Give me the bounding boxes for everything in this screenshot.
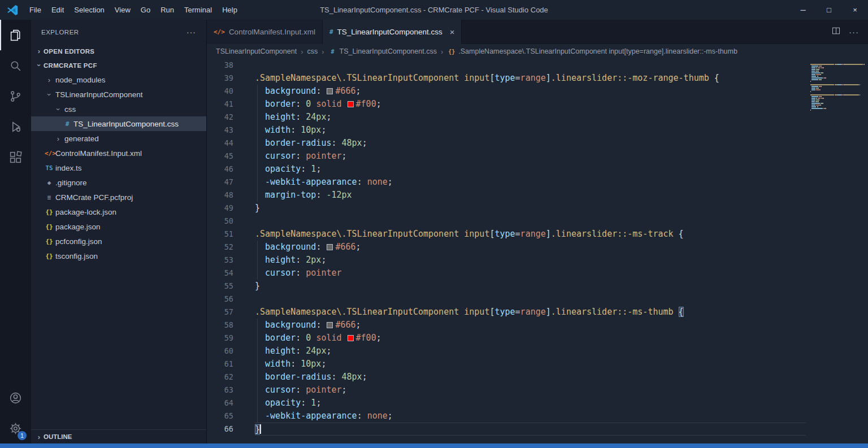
code-line-56[interactable]: 56 xyxy=(207,293,806,306)
color-swatch[interactable] xyxy=(327,244,333,250)
run-and-debug-icon[interactable] xyxy=(0,111,31,142)
code-line-63[interactable]: 63 cursor: pointer; xyxy=(207,384,806,397)
code-line-58[interactable]: 58 background: #666; xyxy=(207,319,806,332)
menu-selection[interactable]: Selection xyxy=(69,0,109,20)
tab-TS_LinearInputComponent.css[interactable]: #TS_LinearInputComponent.css× xyxy=(323,20,462,44)
code-line-39[interactable]: 39.SampleNamespace\.TSLinearInputCompone… xyxy=(207,72,806,85)
menu-go[interactable]: Go xyxy=(136,0,155,20)
views-and-more-actions-icon[interactable]: ··· xyxy=(186,28,196,37)
code-line-61[interactable]: 61 width: 10px; xyxy=(207,358,806,371)
code-line-43[interactable]: 43 width: 10px; xyxy=(207,124,806,137)
breadcrumb-item[interactable]: {}.SampleNamespace\.TSLinearInputCompone… xyxy=(447,47,737,55)
tree-item-ControlManifest.Input.xml[interactable]: </>ControlManifest.Input.xml xyxy=(31,146,206,160)
code-line-62[interactable]: 62 border-radius: 48px; xyxy=(207,371,806,384)
tree-item-package-lock.json[interactable]: {}package-lock.json xyxy=(31,205,206,219)
tab-ControlManifest.Input.xml[interactable]: </>ControlManifest.Input.xml xyxy=(207,20,323,44)
minimap[interactable] xyxy=(806,59,868,443)
code-line-57[interactable]: 57.SampleNamespace\.TSLinearInputCompone… xyxy=(207,306,806,319)
minimize-window-icon[interactable]: ─ xyxy=(790,0,816,20)
line-number: 66 xyxy=(207,423,233,436)
code-line-60[interactable]: 60 height: 24px; xyxy=(207,345,806,358)
tree-item-TS_LinearInputComponent.css[interactable]: #TS_LinearInputComponent.css xyxy=(31,116,206,131)
tree-item-TSLinearInputComponent[interactable]: ›TSLinearInputComponent xyxy=(31,87,206,102)
code-line-46[interactable]: 46 opacity: 1; xyxy=(207,163,806,176)
breadcrumb-item[interactable]: TSLinearInputComponent xyxy=(216,47,297,55)
workspace-section[interactable]: › CRMCRATE PCF xyxy=(31,58,206,72)
tree-item-label: package-lock.json xyxy=(55,208,116,216)
tree-item-index.ts[interactable]: TSindex.ts xyxy=(31,160,206,175)
search-icon[interactable] xyxy=(0,50,31,81)
menu-help[interactable]: Help xyxy=(217,0,242,20)
code-line-54[interactable]: 54 cursor: pointer xyxy=(207,267,806,280)
status-bar[interactable] xyxy=(0,443,868,448)
code-line-text: .SampleNamespace\.TSLinearInputComponent… xyxy=(255,72,806,85)
code-line-66[interactable]: 66} xyxy=(207,423,806,436)
line-number: 47 xyxy=(207,176,233,189)
explorer-icon[interactable] xyxy=(0,20,31,50)
tree-item-tsconfig.json[interactable]: {}tsconfig.json xyxy=(31,249,206,263)
title-bar: FileEditSelectionViewGoRunTerminalHelp T… xyxy=(0,0,868,20)
code-line-42[interactable]: 42 height: 24px; xyxy=(207,111,806,124)
close-window-icon[interactable]: × xyxy=(842,0,868,20)
code-line-53[interactable]: 53 height: 2px; xyxy=(207,254,806,267)
code-line-51[interactable]: 51.SampleNamespace\.TSLinearInputCompone… xyxy=(207,228,806,241)
menu-terminal[interactable]: Terminal xyxy=(179,0,217,20)
editor-more-actions-icon[interactable]: ··· xyxy=(849,27,859,37)
menu-run[interactable]: Run xyxy=(155,0,179,20)
maximize-window-icon[interactable]: □ xyxy=(816,0,842,20)
code-line-45[interactable]: 45 cursor: pointer; xyxy=(207,150,806,163)
close-tab-icon[interactable]: × xyxy=(450,27,455,37)
code-editor[interactable]: 3839.SampleNamespace\.TSLinearInputCompo… xyxy=(207,59,806,443)
line-number: 64 xyxy=(207,397,233,410)
menu-view[interactable]: View xyxy=(110,0,136,20)
code-line-49[interactable]: 49} xyxy=(207,202,806,215)
tab-label: ControlManifest.Input.xml xyxy=(229,28,315,36)
line-number: 62 xyxy=(207,371,233,384)
open-editors-section[interactable]: › OPEN EDITORS xyxy=(31,44,206,58)
code-line-47[interactable]: 47 -webkit-appearance: none; xyxy=(207,176,806,189)
menu-file[interactable]: File xyxy=(24,0,46,20)
tree-item-CRMCrate PCF.pcfproj[interactable]: ≡CRMCrate PCF.pcfproj xyxy=(31,190,206,205)
code-line-50[interactable]: 50 xyxy=(207,215,806,228)
css-file-icon: # xyxy=(63,120,72,128)
breadcrumb-item[interactable]: css xyxy=(307,47,318,55)
tree-item-node_modules[interactable]: ›node_modules xyxy=(31,72,206,87)
git-file-icon: ◆ xyxy=(45,179,54,186)
tree-item-label: CRMCrate PCF.pcfproj xyxy=(55,193,133,202)
code-line-64[interactable]: 64 opacity: 1; xyxy=(207,397,806,410)
split-editor-icon[interactable] xyxy=(831,26,841,38)
tree-item-generated[interactable]: ›generated xyxy=(31,131,206,146)
settings-gear-icon[interactable]: 1 xyxy=(0,413,31,443)
line-number: 40 xyxy=(207,85,233,98)
tree-item-label: tsconfig.json xyxy=(55,252,98,260)
color-swatch[interactable] xyxy=(348,335,354,341)
tree-item-.gitignore[interactable]: ◆.gitignore xyxy=(31,175,206,190)
code-line-41[interactable]: 41 border: 0 solid #f00; xyxy=(207,98,806,111)
code-line-48[interactable]: 48 margin-top: -12px xyxy=(207,189,806,202)
code-line-38[interactable]: 38 xyxy=(207,59,806,72)
code-line-65[interactable]: 65 -webkit-appearance: none; xyxy=(207,410,806,423)
tree-item-css[interactable]: ›css xyxy=(31,102,206,116)
color-swatch[interactable] xyxy=(327,88,333,94)
code-line-44[interactable]: 44 border-radius: 48px; xyxy=(207,137,806,150)
tree-item-pcfconfig.json[interactable]: {}pcfconfig.json xyxy=(31,234,206,249)
menu-edit[interactable]: Edit xyxy=(46,0,69,20)
accounts-icon[interactable] xyxy=(0,382,31,413)
code-line-40[interactable]: 40 background: #666; xyxy=(207,85,806,98)
breadcrumb-label: .SampleNamespace\.TSLinearInputComponent… xyxy=(458,47,737,55)
extensions-icon[interactable] xyxy=(0,142,31,172)
window-title: TS_LinearInputComponent.css - CRMCrate P… xyxy=(320,6,548,14)
color-swatch[interactable] xyxy=(348,101,354,107)
source-control-icon[interactable] xyxy=(0,81,31,111)
code-line-55[interactable]: 55} xyxy=(207,280,806,293)
color-swatch[interactable] xyxy=(327,322,333,328)
line-number: 59 xyxy=(207,332,233,345)
breadcrumb-item[interactable]: #TS_LinearInputComponent.css xyxy=(328,47,437,55)
outline-section[interactable]: › OUTLINE xyxy=(31,429,206,443)
line-number: 38 xyxy=(207,59,233,72)
code-line-59[interactable]: 59 border: 0 solid #f00; xyxy=(207,332,806,345)
line-number: 48 xyxy=(207,189,233,202)
code-line-52[interactable]: 52 background: #666; xyxy=(207,241,806,254)
tree-item-package.json[interactable]: {}package.json xyxy=(31,219,206,234)
chevron-right-icon: › xyxy=(45,76,54,84)
